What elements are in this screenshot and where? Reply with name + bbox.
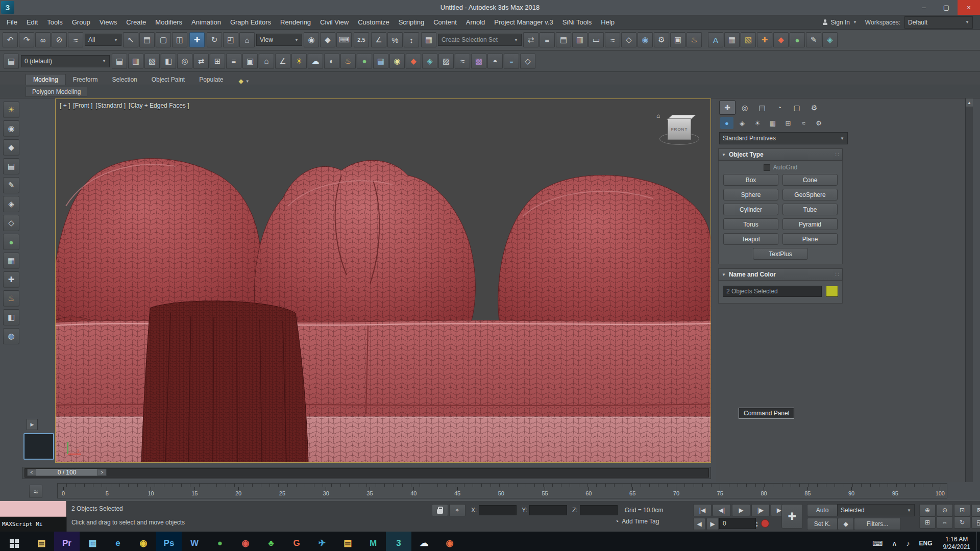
globe-app[interactable]: ● <box>207 532 233 551</box>
file-explorer[interactable]: ▤ <box>29 532 54 551</box>
path-deform-icon[interactable]: ≈ <box>455 54 470 69</box>
object-name-field[interactable]: 2 Objects Selected <box>723 286 822 297</box>
chrome-profile[interactable]: ◉ <box>437 532 462 551</box>
ribbon-tab[interactable]: Selection <box>105 74 144 85</box>
premiere-pro[interactable]: Pr <box>54 532 80 551</box>
viewcube-front-face[interactable]: FRONT <box>668 118 691 140</box>
language-indicator[interactable]: ENG <box>915 532 937 551</box>
fluid-tool-icon[interactable]: ◒ <box>504 54 519 69</box>
menu-item[interactable]: Graph Editors <box>226 15 276 29</box>
viewport-canvas[interactable] <box>56 99 710 462</box>
track-bar-tick[interactable]: 50 <box>498 487 505 496</box>
named-selection-set-combo[interactable]: Create Selection Set▼ <box>438 34 522 46</box>
track-bar-tick[interactable]: 35 <box>366 487 373 496</box>
sini-forensic-icon[interactable]: ✚ <box>3 271 19 288</box>
track-bar-tick[interactable]: 80 <box>761 487 768 496</box>
orbit-icon[interactable]: ↻ <box>954 516 970 529</box>
sini-scribe-icon[interactable]: ✎ <box>3 177 19 193</box>
close-button[interactable]: × <box>958 0 980 15</box>
viewcube-home-icon[interactable]: ⌂ <box>656 112 660 119</box>
sini-sculpt-icon[interactable]: ◉ <box>3 120 19 137</box>
object-type-button[interactable]: Plane <box>782 233 838 245</box>
zoom-icon[interactable]: ⊕ <box>919 504 936 516</box>
sini-paint-icon[interactable]: ◧ <box>3 309 19 325</box>
listener-line[interactable]: MAXScript Mi <box>0 517 66 532</box>
bind-to-space-warp-icon[interactable]: ≈ <box>68 32 83 47</box>
object-type-button[interactable]: Teapot <box>723 233 778 245</box>
container-tool-icon[interactable]: ▨ <box>438 54 454 69</box>
sini-disperse-icon[interactable]: ◈ <box>3 196 19 212</box>
mirror-icon[interactable]: ⇄ <box>523 32 538 47</box>
track-bar-tick[interactable]: 60 <box>585 487 592 496</box>
key-previous-button[interactable]: ◀ <box>693 518 705 530</box>
menu-item[interactable]: Edit <box>22 15 42 29</box>
photoshop[interactable]: Ps <box>156 532 182 551</box>
create-tab[interactable]: ✚ <box>719 101 736 115</box>
track-bar-tick[interactable]: 75 <box>717 487 724 496</box>
panel-scroll-up-button[interactable]: ▲ <box>966 98 973 107</box>
edit-named-selection-sets-icon[interactable]: ▦ <box>421 32 436 47</box>
shapes-category[interactable]: ◈ <box>736 117 749 129</box>
light-lister-icon[interactable]: ◉ <box>389 54 405 69</box>
material-override-icon[interactable]: ● <box>357 54 372 69</box>
pan-icon[interactable]: ⇔ <box>937 516 953 529</box>
space-warps-category[interactable]: ≈ <box>797 117 810 129</box>
use-pivot-point-center-icon[interactable]: ◉ <box>304 32 319 47</box>
reference-coordinate-dropdown[interactable]: View▼ <box>256 34 302 46</box>
next-frame-arrow[interactable]: > <box>97 469 107 476</box>
sini-disperse-icon[interactable]: ◈ <box>822 32 838 47</box>
track-bar-tick[interactable]: 5 <box>104 487 111 496</box>
mini-curve-editor-icon[interactable]: ≈ <box>29 485 42 498</box>
menu-item[interactable]: Civil View <box>315 15 353 29</box>
state-sets-icon[interactable]: ▦ <box>724 32 740 47</box>
select-and-move-icon[interactable]: ✚ <box>189 32 205 47</box>
angle-snap-icon[interactable]: ∠ <box>371 32 386 47</box>
throw-drape[interactable] <box>141 301 308 462</box>
render-production-icon[interactable]: ♨ <box>687 32 702 47</box>
snapshot-icon[interactable]: ▣ <box>242 54 258 69</box>
physical-camera-icon[interactable]: ▦ <box>373 54 388 69</box>
next-frame-button[interactable]: |▶ <box>751 504 770 516</box>
material-editor-icon[interactable]: ◉ <box>638 32 653 47</box>
object-type-button[interactable]: Cylinder <box>723 204 778 215</box>
folder-pinned[interactable]: ▤ <box>335 532 360 551</box>
set-key-record-icon[interactable] <box>761 519 769 528</box>
system-clock[interactable]: 1:16 AM 9/24/2021 <box>937 536 976 551</box>
snaps-toggle-icon[interactable]: 2.5 <box>354 32 369 47</box>
sini-illumi-icon[interactable]: ☀ <box>3 102 19 118</box>
menu-item[interactable]: Views <box>95 15 121 29</box>
menu-item[interactable]: SiNi Tools <box>558 15 597 29</box>
measure-distance-icon[interactable]: ∠ <box>275 54 290 69</box>
menu-item[interactable]: Modifiers <box>151 15 187 29</box>
maximize-viewport-toggle-icon[interactable]: ◱ <box>971 516 980 529</box>
menu-item[interactable]: Rendering <box>276 15 315 29</box>
toggle-layer-explorer-icon[interactable]: ▥ <box>572 32 587 47</box>
utilities-tab[interactable]: ⚙ <box>806 101 822 115</box>
sini-analytics-icon[interactable]: ▤ <box>3 158 19 174</box>
time-slider-track[interactable]: < 0 / 100 > <box>24 468 709 478</box>
auto-key-button[interactable]: Auto <box>807 504 838 516</box>
object-type-button[interactable]: Box <box>723 174 778 186</box>
menu-item[interactable]: Create <box>121 15 151 29</box>
object-type-button[interactable]: Pyramid <box>782 218 838 230</box>
environment-icon[interactable]: ☁ <box>308 54 323 69</box>
sini-polygon-icon[interactable]: ◇ <box>3 215 19 231</box>
ribbon-tab[interactable]: Freeform <box>66 74 105 85</box>
sini-scribe-icon[interactable]: ✎ <box>806 32 821 47</box>
track-bar-tick[interactable]: 70 <box>673 487 680 496</box>
obs-studio[interactable]: ◉ <box>233 532 258 551</box>
track-bar-tick[interactable]: 30 <box>323 487 330 496</box>
sini-proxy-icon[interactable]: ● <box>790 32 805 47</box>
frame-spin-down-icon[interactable]: ▾ <box>756 524 758 528</box>
track-bar-tick[interactable]: 100 <box>936 487 945 496</box>
time-slider[interactable]: < 0 / 100 > <box>22 467 711 479</box>
selection-lock-toggle[interactable] <box>432 504 448 516</box>
track-bar-tick[interactable]: 20 <box>235 487 242 496</box>
ribbon-tab[interactable]: Modeling <box>26 74 66 85</box>
show-desktop-button[interactable] <box>976 532 980 551</box>
layer-manager-icon[interactable]: ▤ <box>4 54 19 69</box>
undo-icon[interactable]: ↶ <box>3 32 18 47</box>
edge-browser[interactable]: e <box>105 532 131 551</box>
frame-spin-up-icon[interactable]: ▴ <box>756 520 758 524</box>
display-tab[interactable]: ▢ <box>789 101 805 115</box>
